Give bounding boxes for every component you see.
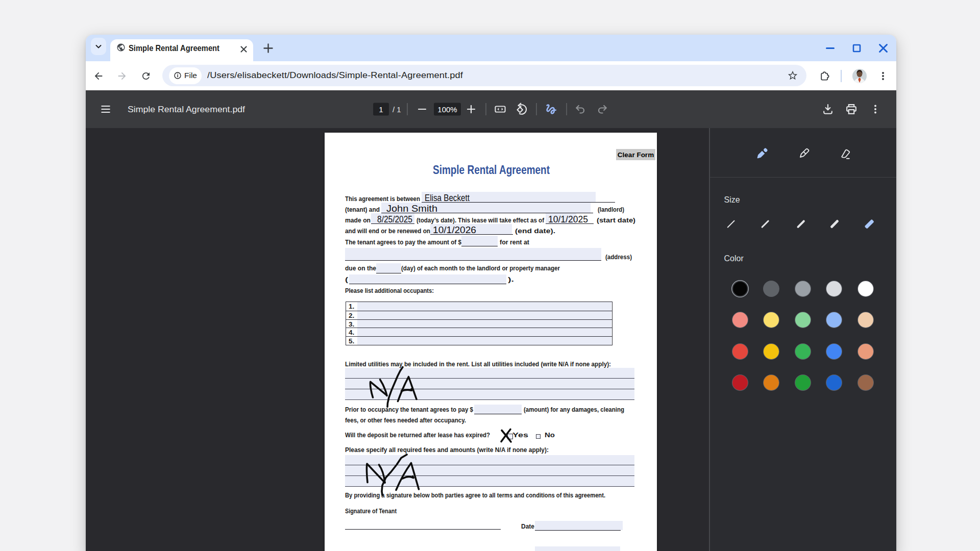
minimize-button[interactable] [817, 35, 843, 61]
stroke-size-2[interactable] [761, 220, 769, 228]
color-swatch-#ea9b7b[interactable] [858, 344, 873, 359]
handwriting-annotations [325, 133, 657, 551]
stroke-size-5[interactable] [865, 219, 874, 229]
tab-title: Simple Rental Agreement [129, 44, 219, 53]
separator [485, 103, 486, 115]
extensions-icon [818, 70, 830, 82]
address-bar[interactable]: File /Users/elisabeckett/Downloads/Simpl… [162, 65, 806, 86]
pdf-viewport: Clear Form Simple Rental Agreement This … [86, 128, 709, 551]
file-scheme-chip[interactable]: File [169, 67, 202, 84]
color-swatch-#050505[interactable] [733, 282, 747, 295]
toolbar-divider [841, 70, 842, 82]
color-swatch-#219f38[interactable] [795, 375, 811, 390]
pen-tool-button[interactable] [749, 142, 774, 166]
tab-search-button[interactable] [91, 38, 106, 55]
pdf-content-area: Clear Form Simple Rental Agreement This … [86, 128, 896, 551]
pdf-menu-button[interactable] [101, 104, 111, 114]
profile-avatar[interactable] [852, 68, 867, 83]
extensions-button[interactable] [818, 70, 830, 82]
zoom-out-button[interactable] [418, 105, 426, 113]
annotate-squiggle-icon [545, 103, 558, 116]
redo-button[interactable] [596, 103, 608, 115]
print-icon [845, 103, 858, 116]
reload-icon [141, 70, 152, 81]
highlighter-tool-button[interactable] [791, 142, 816, 166]
page-count-label: / 1 [393, 105, 401, 114]
color-swatch-#f28b82[interactable] [732, 312, 748, 328]
eraser-icon [838, 147, 852, 161]
color-swatch-#dadce0[interactable] [826, 281, 842, 296]
color-swatch-#9aa0a6[interactable] [795, 281, 811, 296]
rotate-icon [516, 103, 529, 116]
handwritten-na-1 [387, 367, 403, 407]
plus-icon [263, 43, 274, 54]
rotate-button[interactable] [516, 103, 529, 116]
color-swatch-#36b456[interactable] [795, 344, 811, 359]
eraser-tool-button[interactable] [832, 142, 857, 166]
new-tab-button[interactable] [260, 40, 276, 56]
color-swatch-#8fb7f6[interactable] [826, 312, 842, 328]
tab-close-button[interactable] [236, 41, 251, 57]
color-swatch-#de7d14[interactable] [764, 375, 779, 390]
kebab-menu-icon [878, 71, 888, 81]
zoom-in-button[interactable] [467, 105, 475, 113]
window-controls [817, 35, 896, 61]
color-swatch-#f0cdac[interactable] [858, 312, 873, 328]
color-swatch-#87d49a[interactable] [795, 312, 811, 328]
color-swatch-#fbdf6b[interactable] [764, 312, 779, 328]
browser-tab[interactable]: Simple Rental Agreement [110, 39, 253, 61]
color-swatch-#bf1b24[interactable] [732, 375, 748, 390]
chevron-down-icon [94, 42, 103, 51]
color-swatch-#5f6368[interactable] [764, 281, 779, 296]
close-window-icon [878, 43, 888, 53]
color-swatch-#e5473d[interactable] [732, 344, 748, 359]
star-icon [787, 70, 798, 81]
stroke-size-1[interactable] [727, 220, 734, 228]
separator [407, 103, 408, 115]
back-icon [93, 70, 104, 82]
color-swatch-#99664a[interactable] [858, 375, 873, 390]
download-button[interactable] [822, 103, 835, 116]
pdf-page: Clear Form Simple Rental Agreement This … [325, 133, 657, 551]
fit-width-icon [494, 103, 507, 116]
stroke-size-3[interactable] [797, 220, 805, 229]
page-number-input[interactable]: 1 [373, 103, 389, 116]
pdf-more-button[interactable] [870, 104, 880, 114]
print-button[interactable] [845, 103, 858, 116]
size-section-label: Size [724, 195, 740, 205]
sidebar-section-divider [710, 177, 897, 178]
undo-button[interactable] [574, 103, 586, 115]
color-swatch-#4285f4[interactable] [826, 344, 842, 359]
pdf-toolbar: Simple Rental Agreement.pdf 1 / 1 100% [86, 90, 896, 128]
plus-icon [467, 105, 475, 113]
annotation-sidebar: Size Color [710, 128, 897, 551]
url-text: /Users/elisabeckett/Downloads/Simple-Ren… [207, 65, 463, 86]
tab-strip: Simple Rental Agreement [86, 35, 896, 61]
close-window-button[interactable] [870, 35, 896, 61]
maximize-icon [852, 44, 861, 53]
info-icon [174, 71, 182, 80]
browser-toolbar: File /Users/elisabeckett/Downloads/Simpl… [86, 61, 896, 90]
forward-button[interactable] [116, 70, 128, 82]
globe-icon [116, 43, 126, 52]
close-icon [239, 45, 248, 54]
color-swatch-#f4c20d[interactable] [764, 344, 779, 359]
annotate-button[interactable] [545, 103, 558, 116]
download-icon [822, 103, 835, 116]
color-swatch-#ffffff[interactable] [858, 281, 873, 296]
browser-menu-button[interactable] [878, 71, 888, 81]
fit-width-button[interactable] [494, 103, 507, 116]
bookmark-button[interactable] [787, 70, 798, 81]
stroke-size-4[interactable] [830, 219, 839, 229]
zoom-level-input[interactable]: 100% [434, 103, 461, 116]
kebab-menu-icon [870, 104, 880, 114]
back-button[interactable] [93, 70, 104, 82]
maximize-button[interactable] [843, 35, 870, 61]
reload-button[interactable] [141, 70, 152, 81]
highlighter-icon [796, 147, 811, 161]
avatar-image [852, 68, 867, 83]
minus-icon [418, 105, 426, 113]
color-swatch-#1e66d2[interactable] [826, 375, 842, 390]
desktop: Simple Rental Agreement [0, 0, 980, 551]
pen-icon [754, 147, 769, 161]
